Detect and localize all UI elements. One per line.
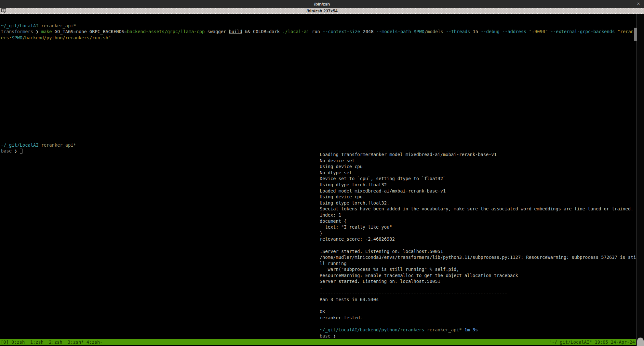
terminal-line: Server started. Listening on: localhost:…	[320, 278, 636, 285]
terminal-line: transformers ❯ make GO_TAGS=none GRPC_BA…	[1, 29, 635, 35]
terminal-line: ers:$PWD/backend/python/rerankers/run.sh…	[1, 35, 635, 41]
terminal-line	[320, 242, 636, 248]
window-menu-icon[interactable]	[1, 8, 7, 14]
scrollbar[interactable]	[636, 14, 644, 346]
window-title: /bin/zsh	[314, 2, 330, 7]
pane-bottom-left[interactable]: ~/_git/LocalAI reranker_api*base ❯	[1, 136, 318, 154]
scrollbar-mark	[634, 28, 637, 41]
close-icon[interactable]: ×	[637, 1, 640, 7]
pane-top[interactable]: ~/_git/LocalAI reranker_api*transformers…	[1, 17, 635, 41]
terminal-line: Special tokens have been added in the vo…	[320, 206, 636, 212]
pane-bottom-right[interactable]: Loading TransformerRanker model mixedbre…	[320, 152, 636, 339]
terminal-line: .Server started. Listening on: localhost…	[320, 248, 636, 255]
terminal-line: ~/_git/LocalAI/backend/python/rerankers …	[320, 327, 636, 333]
terminal-line: OK	[320, 309, 636, 315]
scrollbar-thumb[interactable]	[637, 338, 644, 346]
terminal: ~/_git/LocalAI reranker_api*transformers…	[0, 14, 644, 346]
terminal-line: base ❯	[1, 148, 318, 154]
terminal-line: Using dtype torch.float32.	[320, 200, 636, 206]
terminal-line: Using device cpu.	[320, 194, 636, 200]
status-window-item[interactable]: 0:zsh	[11, 339, 30, 345]
terminal-line: ~/_git/LocalAI reranker_api*	[1, 142, 318, 148]
terminal-size-label: /bin/zsh 237x54	[305, 8, 339, 13]
window-titlebar[interactable]: /bin/zsh ×	[0, 0, 644, 8]
terminal-line: Using dtype torch.float32	[320, 182, 636, 188]
status-window-item[interactable]: 3:zsh*	[68, 339, 87, 345]
terminal-line: Ran 3 tests in 63.530s	[320, 297, 636, 303]
status-window-item[interactable]: 2:zsh	[49, 339, 68, 345]
terminal-line: document {	[320, 218, 636, 224]
terminal-line: index: 1	[320, 212, 636, 218]
window-list: 0:zsh 1:zsh 2:zsh 3:zsh* 4:zsh-	[11, 339, 102, 345]
terminal-line: }	[320, 230, 636, 236]
tmux-status-bar: [0] 0:zsh 1:zsh 2:zsh 3:zsh* 4:zsh- "~/_…	[0, 339, 636, 345]
pane-divider-vertical[interactable]	[319, 147, 319, 339]
terminal-line: Loaded model mixedbread-ai/mxbai-rerank-…	[320, 188, 636, 194]
terminal-line: base ❯	[320, 333, 636, 339]
terminal-line: ll running	[320, 260, 636, 267]
terminal-line: No dtype set	[320, 170, 636, 176]
terminal-menubar: /bin/zsh 237x54	[0, 8, 644, 14]
session-label: [0]	[1, 339, 11, 345]
terminal-line: _warn("subprocess %s is still running" %…	[320, 266, 636, 273]
status-window-item[interactable]: 1:zsh	[30, 339, 49, 345]
terminal-line: relevance_score: -2.46826982	[320, 236, 636, 242]
terminal-line: Loading TransformerRanker model mixedbre…	[320, 152, 636, 158]
xterm-window: /bin/zsh × /bin/zsh 237x54 ~/_git/LocalA…	[0, 0, 644, 346]
terminal-line	[320, 303, 636, 309]
terminal-line	[1, 17, 635, 23]
status-right: "~/_git/LocalAI" 19:05 24-Apr-24	[549, 339, 636, 345]
terminal-line: ~/_git/LocalAI reranker_api*	[1, 23, 635, 29]
status-window-item[interactable]: 4:zsh-	[87, 339, 102, 345]
terminal-line: Device set to `cpu`, setting dtype to `f…	[320, 176, 636, 182]
terminal-line: No device set	[320, 158, 636, 164]
terminal-line: Using device cpu	[320, 164, 636, 170]
terminal-line: text: "I really like you"	[320, 224, 636, 230]
text-cursor	[20, 149, 22, 153]
terminal-line: .	[320, 285, 636, 291]
terminal-line	[1, 136, 318, 142]
terminal-line	[320, 321, 636, 327]
terminal-line: /home/mudler/miniconda3/envs/transformer…	[320, 254, 636, 260]
terminal-line: reranker tested.	[320, 315, 636, 321]
terminal-line: ResourceWarning: Enable tracemalloc to g…	[320, 273, 636, 279]
terminal-line: ----------------------------------------…	[320, 291, 636, 297]
